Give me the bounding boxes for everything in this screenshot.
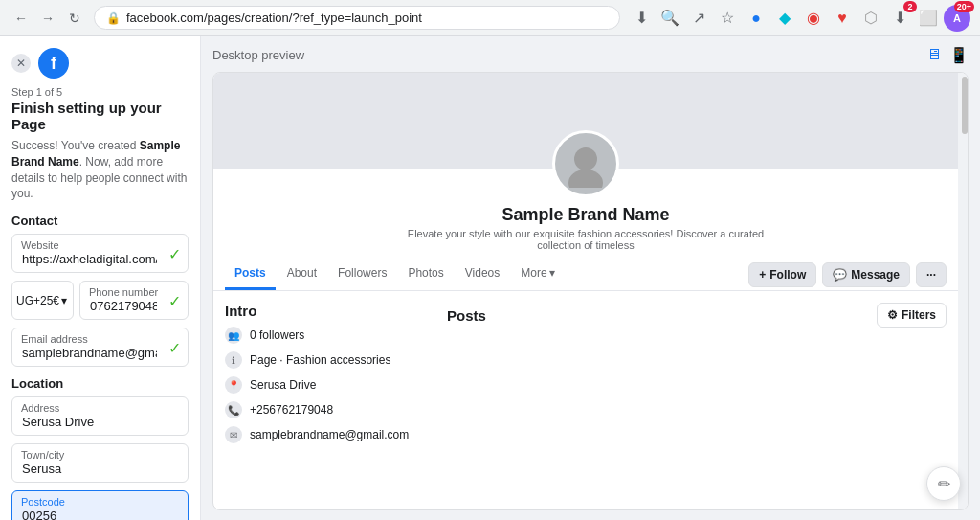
town-field: Town/city <box>11 443 189 483</box>
share-icon[interactable]: ↗ <box>685 5 712 32</box>
facebook-logo: f <box>38 48 69 79</box>
search-icon[interactable]: 🔍 <box>657 5 683 32</box>
phone-icon: 📞 <box>225 401 242 418</box>
fb-cover-photo <box>213 73 958 169</box>
fb-nav-posts[interactable]: Posts <box>225 259 276 290</box>
download-icon[interactable]: ⬇ <box>628 5 655 32</box>
notifications-icon[interactable]: ⬇ 2 <box>886 5 913 32</box>
ext-icon-2[interactable]: ◆ <box>771 5 798 32</box>
followers-icon: 👥 <box>225 327 242 344</box>
page-title: Finish setting up your Page <box>11 100 189 132</box>
fb-profile-pic-wrap <box>552 130 619 197</box>
phone-label: Phone number <box>89 286 158 298</box>
email-icon: ✉ <box>225 426 242 443</box>
fb-intro-section: Intro 👥 0 followers ℹ Page · Fashion acc… <box>225 303 435 451</box>
intro-page-type: ℹ Page · Fashion accessories <box>225 351 435 369</box>
preview-header: Desktop preview 🖥 📱 <box>212 46 969 64</box>
svg-point-0 <box>574 147 597 170</box>
phone-field: Phone number ✓ <box>79 281 189 320</box>
fb-posts-section: Posts ⚙ Filters <box>447 303 947 451</box>
profile-avatar[interactable]: A 20+ <box>944 5 970 32</box>
website-field: Website ✓ <box>11 234 189 273</box>
email-label: Email address <box>21 333 88 345</box>
email-text: samplebrandname@gmail.com <box>250 428 409 441</box>
fb-nav-about[interactable]: About <box>278 259 326 290</box>
scrollbar[interactable] <box>958 73 968 509</box>
email-check-icon: ✓ <box>168 338 181 356</box>
follow-icon: + <box>759 268 766 282</box>
postcode-label: Postcode <box>21 496 65 508</box>
filters-button[interactable]: ⚙ Filters <box>877 303 947 328</box>
fb-nav-photos[interactable]: Photos <box>398 259 453 290</box>
country-code-select[interactable]: UG+25€ ▾ <box>11 281 74 320</box>
contact-section-label: Contact <box>11 214 189 228</box>
filters-icon: ⚙ <box>887 308 898 322</box>
intro-followers: 👥 0 followers <box>225 327 435 344</box>
fb-nav-more[interactable]: More ▾ <box>511 259 564 290</box>
close-button[interactable]: ✕ <box>11 54 31 73</box>
desktop-icon[interactable]: 🖥 <box>926 46 942 64</box>
back-button[interactable]: ← <box>10 7 33 30</box>
message-icon: 💬 <box>833 268 847 282</box>
fb-nav-actions: + Follow 💬 Message ··· <box>748 262 947 287</box>
intro-title: Intro <box>225 303 435 319</box>
fb-content: Intro 👥 0 followers ℹ Page · Fashion acc… <box>213 291 958 463</box>
phone-check-icon: ✓ <box>168 291 181 309</box>
more-button[interactable]: ··· <box>916 262 947 287</box>
nav-buttons: ← → ↻ <box>10 7 86 30</box>
main-content: ✕ f Step 1 of 5 Finish setting up your P… <box>0 36 980 520</box>
preview-frame: Sample Brand Name Elevate your style wit… <box>212 72 969 510</box>
success-text: Success! You've created Sample Brand Nam… <box>11 138 189 202</box>
intro-email: ✉ samplebrandname@gmail.com <box>225 426 435 443</box>
message-button[interactable]: 💬 Message <box>822 262 910 287</box>
website-check-icon: ✓ <box>168 244 181 262</box>
ext-icon-4[interactable]: ♥ <box>829 5 856 32</box>
address-bar[interactable]: 🔒 facebook.com/pages/creation/?ref_type=… <box>94 6 620 30</box>
step-label: Step 1 of 5 <box>11 86 189 98</box>
url-text: facebook.com/pages/creation/?ref_type=la… <box>126 11 422 25</box>
phone-row: UG+25€ ▾ Phone number ✓ <box>11 281 189 320</box>
followers-text: 0 followers <box>250 328 304 342</box>
country-code-value: UG+25€ <box>16 294 59 307</box>
sidebar: ✕ f Step 1 of 5 Finish setting up your P… <box>0 36 201 520</box>
address-field: Address <box>11 396 189 436</box>
website-label: Website <box>21 239 59 251</box>
preview-device-icons: 🖥 📱 <box>926 46 969 64</box>
success-prefix: Success! You've created <box>11 139 140 152</box>
chevron-down-icon: ▾ <box>61 294 67 307</box>
avatar-svg <box>562 140 610 188</box>
page-type-icon: ℹ <box>225 351 242 369</box>
address-label: Address <box>21 402 59 414</box>
posts-title: Posts <box>447 307 486 324</box>
fb-nav-videos[interactable]: Videos <box>456 259 509 290</box>
page-type-text: Page · Fashion accessories <box>250 353 390 367</box>
posts-header: Posts ⚙ Filters <box>447 303 947 328</box>
fb-profile-picture <box>552 130 619 197</box>
bookmark-icon[interactable]: ☆ <box>714 5 741 32</box>
fb-nav-bar: Posts About Followers Photos Videos More… <box>213 259 958 291</box>
reload-button[interactable]: ↻ <box>63 7 86 30</box>
ext-icon-1[interactable]: ● <box>743 5 769 32</box>
fb-page-description: Elevate your style with our exquisite fa… <box>404 228 768 251</box>
ext-icon-3[interactable]: ◉ <box>800 5 827 32</box>
mobile-icon[interactable]: 📱 <box>949 46 969 64</box>
follow-button[interactable]: + Follow <box>748 262 816 287</box>
email-field: Email address ✓ <box>11 328 189 367</box>
intro-location: 📍 Serusa Drive <box>225 376 435 394</box>
location-text: Serusa Drive <box>250 378 316 392</box>
phone-field-wrap: Phone number ✓ <box>79 281 189 320</box>
window-icon[interactable]: ⬜ <box>915 5 942 32</box>
edit-fab-button[interactable]: ✏ <box>926 466 961 501</box>
preview-title: Desktop preview <box>212 48 304 62</box>
svg-point-1 <box>568 170 603 188</box>
location-icon: 📍 <box>225 376 242 394</box>
fb-nav-followers[interactable]: Followers <box>328 259 396 290</box>
lock-icon: 🔒 <box>106 11 121 25</box>
browser-actions: ⬇ 🔍 ↗ ☆ ● ◆ ◉ ♥ ⬡ ⬇ 2 ⬜ A 20+ <box>628 5 970 32</box>
chevron-down-icon: ▾ <box>549 266 555 280</box>
ext-icon-5[interactable]: ⬡ <box>858 5 884 32</box>
town-label: Town/city <box>21 449 64 461</box>
scrollbar-thumb <box>962 77 968 134</box>
forward-button[interactable]: → <box>36 7 59 30</box>
location-section-label: Location <box>11 376 189 391</box>
